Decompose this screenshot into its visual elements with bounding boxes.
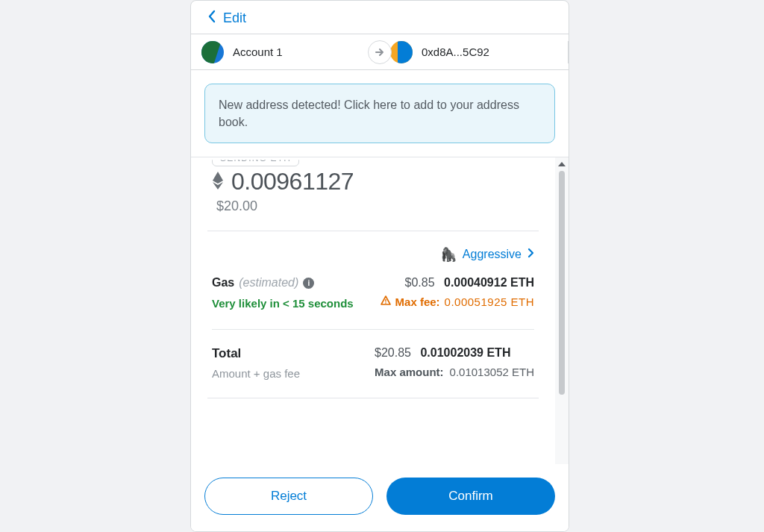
notice-section: New address detected! Click here to add …	[191, 70, 569, 157]
thin-divider	[212, 329, 534, 330]
max-fee-value: 0.00051925 ETH	[445, 295, 534, 308]
sending-pill: SENDING ETH	[212, 157, 299, 166]
gas-label: Gas	[212, 276, 234, 290]
amount-row: 0.00961127	[191, 168, 555, 195]
to-account[interactable]: 0xd8A...5C92	[380, 41, 569, 63]
amount-crypto: 0.00961127	[231, 168, 354, 195]
gas-panel: 🦍 Aggressive Gas (estimated) i $0.85	[191, 231, 555, 398]
new-address-notice[interactable]: New address detected! Click here to add …	[204, 84, 555, 143]
gas-crypto: 0.00040912 ETH	[444, 276, 534, 289]
footer: Reject Confirm	[191, 464, 569, 531]
chevron-right-icon	[527, 248, 534, 261]
total-label: Total	[212, 346, 300, 361]
scroll-thumb[interactable]	[559, 171, 565, 395]
max-amount-label: Max amount:	[375, 366, 444, 378]
gas-row: Gas (estimated) i $0.85 0.00040912 ETH	[212, 276, 534, 290]
scrollbar[interactable]	[558, 162, 566, 460]
total-crypto: 0.01002039 ETH	[420, 346, 510, 359]
transaction-body: SENDING ETH 0.00961127 $20.00 🦍 Aggressi…	[191, 157, 569, 464]
back-chevron-icon[interactable]	[207, 10, 216, 26]
to-avatar-icon	[390, 41, 413, 63]
gas-secondary-row: Very likely in < 15 seconds Max fee: 0.0…	[212, 290, 534, 310]
transaction-confirm-window: Edit Account 1 0xd8A...5C92 New address …	[190, 0, 569, 532]
gas-fiat: $0.85	[405, 276, 435, 289]
amount-fiat: $20.00	[191, 195, 555, 231]
gas-likely-text: Very likely in < 15 seconds	[212, 297, 354, 310]
total-sub-label: Amount + gas fee	[212, 367, 300, 380]
from-avatar-icon	[201, 41, 224, 63]
from-account[interactable]: Account 1	[191, 41, 380, 63]
reject-button[interactable]: Reject	[204, 478, 373, 515]
max-amount-line: Max amount: 0.01013052 ETH	[375, 366, 534, 378]
scroll-up-icon[interactable]	[558, 162, 566, 166]
max-fee-line: Max fee: 0.00051925 ETH	[381, 295, 534, 308]
max-fee-label: Max fee:	[395, 295, 440, 308]
transfer-arrow-icon	[368, 40, 392, 64]
gas-estimated-suffix: (estimated)	[239, 276, 298, 290]
info-icon[interactable]: i	[303, 278, 314, 289]
svg-rect-1	[385, 303, 386, 304]
from-account-label: Account 1	[233, 46, 283, 58]
gas-values: $0.85 0.00040912 ETH	[405, 276, 534, 290]
max-amount-value: 0.01013052 ETH	[450, 366, 534, 378]
to-account-label: 0xd8A...5C92	[422, 46, 489, 58]
eth-icon	[212, 171, 225, 193]
bottom-divider	[207, 398, 539, 398]
edit-link[interactable]: Edit	[223, 10, 246, 26]
gorilla-icon: 🦍	[440, 246, 457, 263]
gas-mode-label: Aggressive	[463, 248, 522, 261]
header: Edit	[191, 1, 569, 34]
total-fiat: $20.85	[375, 346, 411, 359]
confirm-button[interactable]: Confirm	[386, 478, 555, 515]
accounts-row: Account 1 0xd8A...5C92	[191, 34, 569, 70]
total-left: Total Amount + gas fee	[212, 346, 300, 380]
gas-mode-selector[interactable]: 🦍 Aggressive	[212, 246, 534, 263]
total-row: Total Amount + gas fee $20.85 0.01002039…	[212, 346, 534, 380]
gas-label-group: Gas (estimated) i	[212, 276, 314, 290]
transaction-body-inner: SENDING ETH 0.00961127 $20.00 🦍 Aggressi…	[191, 157, 555, 464]
total-right: $20.85 0.01002039 ETH Max amount: 0.0101…	[375, 346, 534, 378]
svg-rect-0	[385, 299, 386, 302]
warning-icon	[381, 295, 391, 308]
